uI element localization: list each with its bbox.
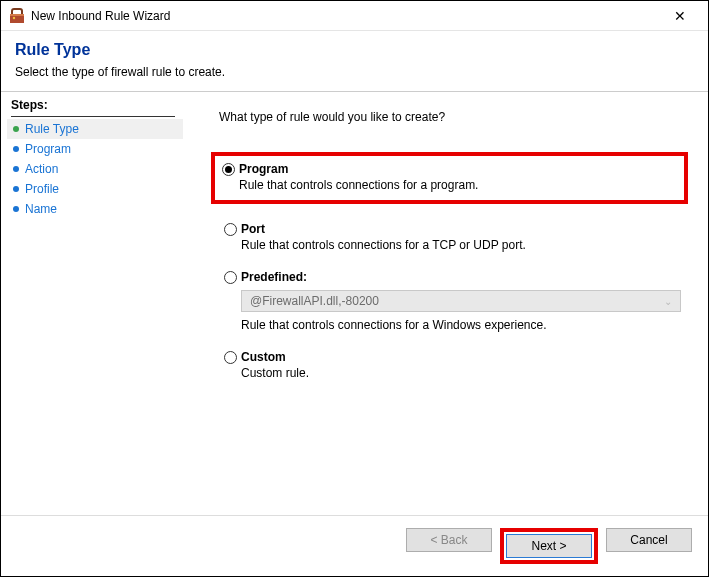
sidebar-title: Steps:: [11, 98, 183, 112]
bullet-icon: [13, 206, 19, 212]
step-program[interactable]: Program: [7, 139, 183, 159]
step-label: Profile: [25, 182, 59, 196]
step-label: Rule Type: [25, 122, 79, 136]
option-desc: Rule that controls connections for a pro…: [239, 178, 676, 192]
option-predefined[interactable]: Predefined: @FirewallAPI.dll,-80200 ⌄ Ru…: [219, 270, 688, 332]
page-title: Rule Type: [15, 41, 694, 59]
dropdown-value: @FirewallAPI.dll,-80200: [250, 294, 379, 308]
option-program[interactable]: Program Rule that controls connections f…: [217, 162, 676, 192]
highlight-next: Next >: [500, 528, 598, 564]
highlight-program: Program Rule that controls connections f…: [211, 152, 688, 204]
bullet-icon: [13, 186, 19, 192]
cancel-button[interactable]: Cancel: [606, 528, 692, 552]
app-icon: [9, 8, 25, 24]
page-subtitle: Select the type of firewall rule to crea…: [15, 65, 694, 79]
option-title: Program: [239, 162, 676, 176]
bullet-icon: [13, 146, 19, 152]
main-panel: What type of rule would you like to crea…: [183, 92, 708, 515]
back-button: < Back: [406, 528, 492, 552]
step-name[interactable]: Name: [7, 199, 183, 219]
option-title: Custom: [241, 350, 688, 364]
radio-program[interactable]: [222, 163, 235, 176]
next-button[interactable]: Next >: [506, 534, 592, 558]
option-desc: Rule that controls connections for a TCP…: [241, 238, 688, 252]
svg-rect-1: [10, 14, 24, 16]
option-port[interactable]: Port Rule that controls connections for …: [219, 222, 688, 252]
step-profile[interactable]: Profile: [7, 179, 183, 199]
option-custom[interactable]: Custom Custom rule.: [219, 350, 688, 380]
radio-custom[interactable]: [224, 351, 237, 364]
option-desc: Custom rule.: [241, 366, 688, 380]
header: Rule Type Select the type of firewall ru…: [1, 31, 708, 91]
step-label: Program: [25, 142, 71, 156]
prompt-text: What type of rule would you like to crea…: [219, 110, 688, 124]
window-title: New Inbound Rule Wizard: [31, 9, 660, 23]
step-rule-type[interactable]: Rule Type: [7, 119, 183, 139]
step-label: Action: [25, 162, 58, 176]
steps-sidebar: Steps: Rule Type Program Action Profile …: [1, 92, 183, 515]
radio-port[interactable]: [224, 223, 237, 236]
option-title: Port: [241, 222, 688, 236]
chevron-down-icon: ⌄: [664, 296, 672, 307]
bullet-icon: [13, 126, 19, 132]
option-title: Predefined:: [241, 270, 688, 284]
options-group: Program Rule that controls connections f…: [219, 152, 688, 380]
sidebar-divider: [11, 116, 175, 117]
svg-point-2: [13, 16, 15, 18]
step-label: Name: [25, 202, 57, 216]
step-action[interactable]: Action: [7, 159, 183, 179]
option-desc: Rule that controls connections for a Win…: [241, 318, 688, 332]
close-button[interactable]: ✕: [660, 8, 700, 24]
radio-predefined[interactable]: [224, 271, 237, 284]
footer: < Back Next > Cancel: [1, 515, 708, 576]
bullet-icon: [13, 166, 19, 172]
titlebar: New Inbound Rule Wizard ✕: [1, 1, 708, 31]
predefined-dropdown: @FirewallAPI.dll,-80200 ⌄: [241, 290, 681, 312]
